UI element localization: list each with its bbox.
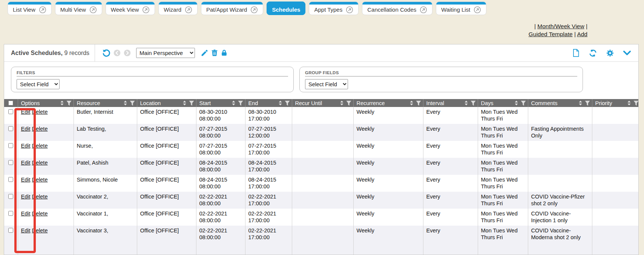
filter-icon[interactable] [238,101,243,106]
filter-icon[interactable] [416,101,421,106]
row-checkbox[interactable] [8,160,13,165]
delete-link[interactable]: Delete [32,228,48,234]
column-header-priority[interactable]: Priority [592,99,639,107]
tab-bar: List ViewMulti ViewWeek ViewWizardPat/Ap… [8,2,486,15]
sort-icon[interactable] [410,101,413,105]
tab-schedules[interactable]: Schedules [267,2,305,15]
tab-multi-view[interactable]: Multi View [55,2,102,15]
filter-icon[interactable] [189,101,194,106]
tab-cancellation-codes[interactable]: Cancellation Codes [362,2,432,15]
column-header-location[interactable]: Location [137,99,196,107]
column-header-end[interactable]: End [245,99,292,107]
column-header-interval[interactable]: Interval [423,99,478,107]
sort-icon[interactable] [515,101,518,105]
filter-icon[interactable] [346,101,351,106]
new-document-icon[interactable] [572,49,580,57]
edit-link[interactable]: Edit [21,194,31,200]
filter-icon[interactable] [66,101,72,106]
column-header-start[interactable]: Start [196,99,245,107]
sort-icon[interactable] [279,101,282,105]
help-icon[interactable] [39,6,46,14]
sort-icon[interactable] [124,101,127,105]
edit-link[interactable]: Edit [21,109,31,115]
help-icon[interactable] [250,6,258,14]
collapse-chevron-icon[interactable] [623,50,631,56]
tab-week-view[interactable]: Week View [106,2,155,15]
help-icon[interactable] [185,6,192,14]
sort-icon[interactable] [340,101,343,105]
edit-link[interactable]: Edit [21,160,31,166]
row-checkbox[interactable] [8,126,13,131]
filter-icon[interactable] [130,101,135,106]
help-icon[interactable] [474,6,481,14]
delete-link[interactable]: Delete [32,160,48,166]
column-header-comments[interactable]: Comments [528,99,592,107]
filter-icon[interactable] [285,101,290,106]
tab-list-view[interactable]: List View [8,2,52,15]
filter-icon[interactable] [633,101,639,106]
filter-icon[interactable] [521,101,526,106]
edit-link[interactable]: Edit [21,177,31,183]
tab-label: Cancellation Codes [367,6,416,13]
guided-template-link[interactable]: Guided Template [529,31,573,37]
delete-trash-icon[interactable] [211,49,218,57]
delete-link[interactable]: Delete [32,177,48,183]
tab-wizard[interactable]: Wizard [158,2,198,15]
column-header-days[interactable]: Days [478,99,528,107]
select-all-checkbox[interactable] [8,101,13,105]
edit-link[interactable]: Edit [21,211,31,217]
row-checkbox[interactable] [8,109,13,114]
row-checkbox[interactable] [8,143,13,148]
sort-icon[interactable] [183,101,186,105]
cell-location: Office [OFFICE] [137,192,196,209]
nav-back-icon[interactable] [113,49,121,57]
row-checkbox[interactable] [8,211,13,216]
sort-icon[interactable] [465,101,468,105]
top-links: | Month/Week View | Guided Template | Ad… [529,22,587,38]
delete-link[interactable]: Delete [32,194,48,200]
edit-link[interactable]: Edit [21,228,31,234]
sort-icon[interactable] [579,101,582,105]
edit-pencil-icon[interactable] [201,49,209,57]
column-header-recurrence[interactable]: Recurrence [353,99,423,107]
edit-link[interactable]: Edit [21,143,31,149]
help-icon[interactable] [142,6,150,14]
lock-icon[interactable] [221,49,228,57]
column-header-recur-until[interactable]: Recur Until [292,99,353,107]
sort-icon[interactable] [627,101,631,105]
add-link[interactable]: Add [577,31,587,37]
tab-appt-types[interactable]: Appt Types [309,2,359,15]
tab-pat-appt-wizard[interactable]: Pat/Appt Wizard [201,2,263,15]
nav-forward-icon[interactable] [123,49,131,57]
filters-select-field[interactable]: Select Field [17,79,60,89]
perspective-select[interactable]: Main Perspective [136,48,195,58]
cell-recur-until [292,107,353,124]
row-checkbox[interactable] [8,228,13,233]
sort-icon[interactable] [232,101,235,105]
row-checkbox[interactable] [8,194,13,199]
delete-link[interactable]: Delete [32,109,48,115]
delete-link[interactable]: Delete [32,143,48,149]
group-fields-select-field[interactable]: Select Field [305,79,348,89]
filter-icon[interactable] [585,101,590,106]
help-icon[interactable] [420,6,427,14]
settings-gear-icon[interactable] [606,49,614,57]
panel-title-text: Active Schedules, [11,50,63,56]
help-icon[interactable] [346,6,353,14]
tab-label: Appt Types [314,6,342,13]
month-week-view-link[interactable]: Month/Week View [537,23,584,29]
help-icon[interactable] [89,6,97,14]
column-header-resource[interactable]: Resource [74,99,137,107]
column-header-options[interactable]: Options [18,99,74,107]
group-fields-panel: GROUP FIELDS Select Field [299,67,583,92]
undo-icon[interactable] [102,49,111,58]
delete-link[interactable]: Delete [32,126,48,132]
row-checkbox[interactable] [8,177,13,182]
delete-link[interactable]: Delete [32,211,48,217]
sort-icon[interactable] [60,101,64,105]
refresh-icon[interactable] [589,49,597,57]
edit-link[interactable]: Edit [21,126,31,132]
table-body: Edit DeleteButler, InternistOffice [OFFI… [4,107,639,255]
filter-icon[interactable] [471,101,476,106]
tab-waiting-list[interactable]: Waiting List [436,2,486,15]
